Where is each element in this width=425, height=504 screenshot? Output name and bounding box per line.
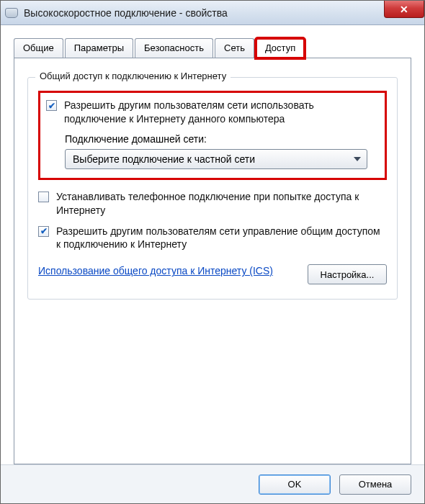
allow-share-row: Разрешить другим пользователям сети испо… [46, 99, 379, 126]
dial-row: Устанавливать телефонное подключение при… [38, 190, 387, 217]
window-title: Высокоскоростное подключение - свойства [24, 7, 228, 19]
allow-control-label: Разрешить другим пользователям сети упра… [56, 225, 387, 252]
modem-icon [5, 8, 18, 18]
properties-window: Высокоскоростное подключение - свойства … [0, 0, 425, 504]
ok-button[interactable]: OK [259, 474, 331, 495]
ics-group-title: Общий доступ к подключению к Интернету [35, 71, 231, 81]
titlebar: Высокоскоростное подключение - свойства … [1, 1, 424, 25]
tab-panel-sharing: Общий доступ к подключению к Интернету Р… [14, 58, 411, 464]
dial-label: Устанавливать телефонное подключение при… [56, 190, 387, 217]
home-net-label: Подключение домашней сети: [65, 133, 379, 145]
close-icon: ✕ [400, 4, 408, 15]
tab-strip: Общие Параметры Безопасность Сеть Доступ [14, 38, 411, 58]
dialog-body: Общие Параметры Безопасность Сеть Доступ… [1, 25, 424, 464]
allow-share-checkbox[interactable] [46, 100, 57, 111]
tab-options[interactable]: Параметры [65, 38, 133, 58]
ics-help-link[interactable]: Использование общего доступа к Интернету… [38, 264, 273, 279]
cancel-button[interactable]: Отмена [339, 474, 411, 495]
ics-bottom-row: Использование общего доступа к Интернету… [38, 264, 387, 284]
dialog-footer: OK Отмена [1, 464, 424, 503]
ics-group: Общий доступ к подключению к Интернету Р… [27, 77, 398, 300]
tab-sharing[interactable]: Доступ [256, 38, 305, 58]
settings-button[interactable]: Настройка... [308, 264, 387, 284]
allow-control-row: Разрешить другим пользователям сети упра… [38, 225, 387, 252]
tab-security[interactable]: Безопасность [135, 38, 213, 58]
close-button[interactable]: ✕ [384, 1, 424, 18]
allow-control-checkbox[interactable] [38, 226, 49, 237]
tab-network[interactable]: Сеть [215, 38, 254, 58]
highlight-box: Разрешить другим пользователям сети испо… [38, 91, 387, 180]
home-net-combo-value: Выберите подключение к частной сети [73, 153, 255, 165]
allow-share-label: Разрешить другим пользователям сети испо… [64, 99, 379, 126]
tab-general[interactable]: Общие [14, 38, 63, 58]
dial-checkbox[interactable] [38, 192, 49, 202]
chevron-down-icon [354, 157, 361, 161]
home-net-combo[interactable]: Выберите подключение к частной сети [65, 149, 367, 169]
